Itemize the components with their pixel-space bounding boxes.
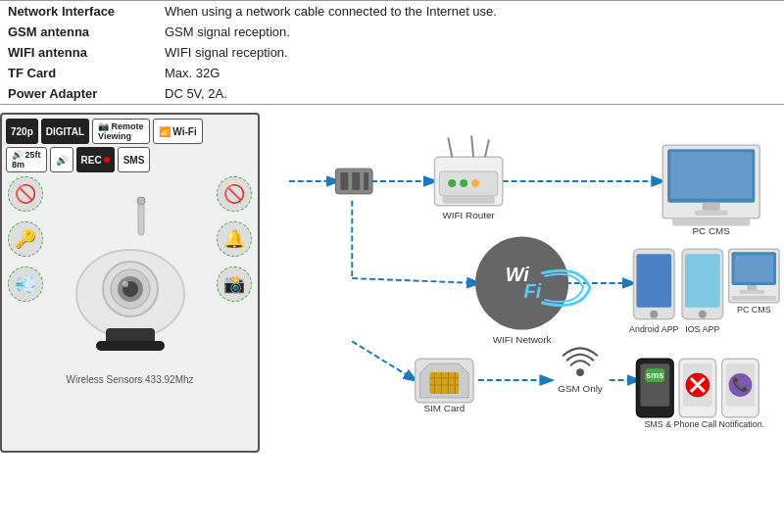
svg-line-26	[485, 139, 489, 157]
svg-rect-31	[442, 196, 494, 204]
specs-table: Network InterfaceWhen using a network ca…	[0, 0, 784, 105]
svg-rect-55	[747, 285, 757, 290]
badge-digital: DIGITAL	[41, 119, 89, 144]
button-rows: 720p DIGITAL 📷 RemoteViewing 📶 Wi-Fi 🔊 2…	[6, 119, 254, 172]
sensor-pir: 🚫	[8, 176, 43, 212]
spec-value: Max. 32G	[157, 63, 784, 83]
svg-rect-54	[734, 255, 773, 282]
camera-svg	[52, 196, 209, 353]
svg-point-46	[650, 311, 658, 318]
svg-rect-49	[685, 254, 720, 307]
svg-point-29	[460, 179, 467, 187]
sensor-left: 🚫 🔑 💨	[8, 176, 43, 302]
rec-dot	[104, 157, 110, 163]
svg-rect-4	[96, 341, 165, 351]
svg-text:Fi: Fi	[524, 280, 542, 302]
svg-rect-36	[703, 203, 720, 211]
svg-rect-22	[364, 172, 368, 190]
svg-rect-38	[672, 218, 750, 226]
svg-text:SMS & Phone Call Notification.: SMS & Phone Call Notification.	[644, 419, 764, 429]
sensor-door: 🔑	[8, 221, 43, 257]
svg-text:IOS APP: IOS APP	[685, 324, 719, 334]
svg-line-14	[352, 278, 478, 283]
svg-point-50	[699, 311, 707, 318]
svg-point-9	[122, 281, 128, 287]
svg-line-24	[448, 137, 452, 157]
svg-point-1	[137, 197, 145, 205]
camera-panel: 720p DIGITAL 📷 RemoteViewing 📶 Wi-Fi 🔊 2…	[0, 113, 260, 453]
btn-row-2: 🔊 25ft8m 🔊 REC SMS	[6, 147, 254, 172]
svg-rect-45	[636, 254, 671, 307]
svg-text:WIFI Network: WIFI Network	[493, 334, 552, 345]
spec-label: GSM antenna	[0, 22, 157, 42]
svg-text:sms: sms	[646, 370, 663, 380]
badge-wifi: 📶 Wi-Fi	[153, 119, 203, 144]
svg-rect-0	[138, 201, 144, 235]
spec-value: DC 5V, 2A.	[157, 83, 784, 105]
svg-rect-20	[340, 172, 348, 190]
network-diagram: WIFI Router PC CMS Wi Fi WIFI Network	[260, 113, 784, 453]
badge-720p: 720p	[6, 119, 38, 144]
spec-label: Network Interface	[0, 1, 157, 23]
badge-sms: SMS	[118, 147, 151, 172]
spec-label: Power Adapter	[0, 83, 157, 105]
sensor-right: 🚫 🔔 📸	[217, 176, 252, 302]
sensor-extra: 📸	[217, 266, 252, 302]
diagram-section: 720p DIGITAL 📷 RemoteViewing 📶 Wi-Fi 🔊 2…	[0, 113, 784, 453]
spec-label: WIFI antenna	[0, 42, 157, 63]
svg-rect-57	[732, 296, 777, 301]
sensor-smoke: 💨	[8, 266, 43, 302]
svg-point-28	[448, 179, 456, 187]
badge-rec: REC	[76, 147, 115, 172]
svg-point-30	[471, 179, 479, 187]
spec-label: TF Card	[0, 63, 157, 83]
sensor-motion: 🚫	[217, 176, 252, 212]
badge-distance: 🔊 25ft8m	[6, 147, 47, 172]
svg-rect-21	[352, 172, 360, 190]
svg-line-16	[352, 341, 415, 380]
badge-speaker: 🔊	[50, 147, 74, 172]
sensor-bell: 🔔	[217, 221, 252, 257]
svg-text:PC CMS: PC CMS	[737, 305, 771, 314]
svg-text:PC CMS: PC CMS	[692, 225, 730, 236]
svg-rect-56	[739, 290, 764, 294]
svg-rect-37	[695, 211, 728, 216]
svg-text:GSM Only: GSM Only	[558, 383, 603, 394]
network-svg: WIFI Router PC CMS Wi Fi WIFI Network	[279, 117, 784, 450]
spec-value: When using a network cable connected to …	[157, 1, 784, 23]
camera-image-area: 🚫 🔑 💨	[6, 176, 254, 372]
svg-text:Android APP: Android APP	[629, 324, 679, 334]
svg-text:📞: 📞	[732, 376, 750, 393]
btn-row-1: 720p DIGITAL 📷 RemoteViewing 📶 Wi-Fi	[6, 119, 254, 144]
svg-point-69	[576, 368, 584, 376]
spec-value: GSM signal reception.	[157, 22, 784, 42]
svg-text:WIFI Router: WIFI Router	[442, 210, 495, 220]
spec-value: WIFI signal reception.	[157, 42, 784, 63]
camera-label: Wireless Sensors 433.92Mhz	[6, 374, 254, 385]
badge-remote-viewing: 📷 RemoteViewing	[92, 119, 150, 144]
svg-line-25	[471, 135, 473, 157]
svg-rect-27	[439, 171, 497, 196]
svg-text:SIM Card: SIM Card	[423, 403, 465, 413]
svg-rect-35	[670, 152, 752, 199]
